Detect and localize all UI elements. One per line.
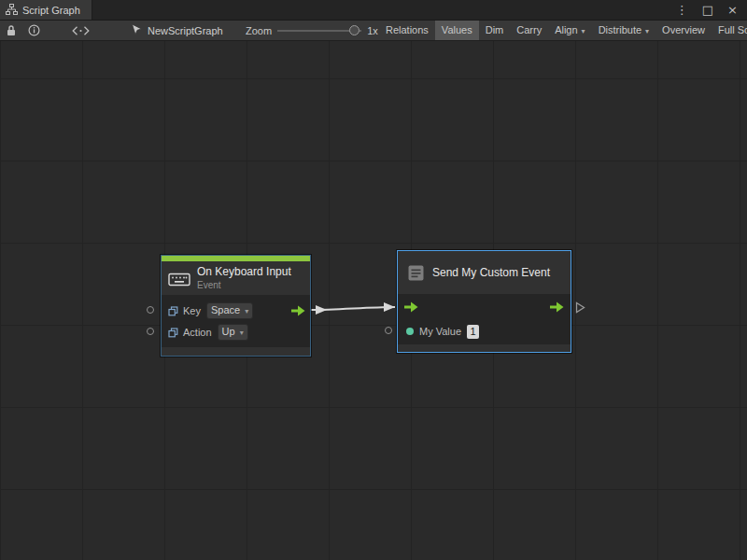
zoom-slider[interactable] bbox=[277, 21, 361, 40]
close-icon[interactable]: × bbox=[727, 0, 738, 21]
custom-event-icon bbox=[406, 263, 426, 283]
connection-layer bbox=[0, 41, 747, 560]
distribute-dropdown-button[interactable]: Distribute bbox=[592, 21, 655, 40]
maximize-icon[interactable]: □ bbox=[702, 0, 713, 21]
toolbar-buttons: Relations Values Dim Carry Align Distrib… bbox=[379, 21, 747, 40]
input-port-circle-my-value[interactable] bbox=[385, 327, 392, 334]
node-send-my-custom-event[interactable]: Send My Custom Event My Value 1 bbox=[397, 250, 571, 353]
node-body: Key Space Action Up bbox=[162, 295, 310, 347]
relations-button[interactable]: Relations bbox=[379, 21, 435, 40]
flow-input-port[interactable] bbox=[404, 300, 418, 316]
tab-script-graph[interactable]: Script Graph bbox=[0, 0, 92, 20]
flow-port-row bbox=[398, 296, 571, 320]
fullscreen-button[interactable]: Full Screen bbox=[712, 21, 747, 40]
zoom-slider-handle[interactable] bbox=[349, 25, 359, 35]
lock-button[interactable] bbox=[6, 24, 17, 36]
align-dropdown-button[interactable]: Align bbox=[548, 21, 591, 40]
dim-button[interactable]: Dim bbox=[479, 21, 511, 40]
toolbar-left-icons bbox=[6, 21, 90, 40]
script-graph-window: Script Graph ⋮ □ × NewScriptGraph bbox=[0, 0, 747, 560]
output-port-triangle[interactable] bbox=[575, 301, 585, 314]
node-on-keyboard-input[interactable]: On Keyboard Input Event Key Space bbox=[161, 255, 311, 357]
my-value-input[interactable]: 1 bbox=[467, 325, 479, 339]
object-port-icon bbox=[168, 328, 178, 338]
graph-hierarchy-icon bbox=[6, 4, 18, 17]
graph-canvas[interactable]: On Keyboard Input Event Key Space bbox=[0, 41, 747, 560]
input-port-circle-action[interactable] bbox=[147, 328, 154, 335]
node-title: Send My Custom Event bbox=[432, 267, 550, 279]
graph-name[interactable]: NewScriptGraph bbox=[131, 21, 223, 40]
carry-button[interactable]: Carry bbox=[510, 21, 548, 40]
node-footer bbox=[162, 347, 310, 356]
flow-output-port[interactable] bbox=[291, 305, 305, 316]
action-value-dropdown[interactable]: Up bbox=[218, 324, 248, 341]
node-body: My Value 1 bbox=[398, 294, 571, 344]
value-port-dot[interactable] bbox=[406, 328, 414, 335]
node-footer bbox=[398, 344, 571, 352]
port-row-key: Key Space bbox=[162, 300, 310, 322]
port-row-my-value: My Value 1 bbox=[398, 320, 571, 343]
zoom-control: Zoom 1x bbox=[246, 21, 378, 40]
zoom-value: 1x bbox=[367, 25, 378, 36]
port-label-key: Key bbox=[183, 305, 201, 316]
object-port-icon bbox=[168, 306, 178, 316]
wire-arrowhead-end bbox=[384, 302, 395, 312]
graph-name-label: NewScriptGraph bbox=[148, 25, 223, 36]
wire-arrowhead-start bbox=[316, 305, 327, 315]
port-label-my-value: My Value bbox=[419, 326, 461, 337]
values-button[interactable]: Values bbox=[435, 21, 479, 40]
zoom-label: Zoom bbox=[246, 25, 272, 36]
tab-title: Script Graph bbox=[22, 5, 80, 16]
node-subtitle: Event bbox=[197, 280, 291, 290]
overview-button[interactable]: Overview bbox=[655, 21, 712, 40]
graph-asset-icon bbox=[131, 23, 143, 37]
key-value-dropdown[interactable]: Space bbox=[206, 302, 253, 319]
tab-bar: Script Graph ⋮ □ × bbox=[0, 0, 747, 21]
flow-output-port[interactable] bbox=[550, 300, 564, 316]
node-header[interactable]: On Keyboard Input Event bbox=[162, 261, 310, 295]
graph-toolbar: NewScriptGraph Zoom 1x Relations Values … bbox=[0, 21, 747, 41]
connection-wire[interactable] bbox=[311, 307, 395, 310]
window-controls: ⋮ □ × bbox=[676, 0, 747, 20]
edit-code-icon[interactable] bbox=[72, 26, 90, 35]
info-button[interactable] bbox=[28, 24, 40, 36]
port-row-action: Action Up bbox=[162, 322, 310, 343]
input-port-circle-key[interactable] bbox=[147, 306, 154, 314]
node-titles: On Keyboard Input Event bbox=[197, 266, 291, 290]
keyboard-icon bbox=[168, 270, 190, 287]
node-header[interactable]: Send My Custom Event bbox=[398, 251, 571, 294]
menu-icon[interactable]: ⋮ bbox=[676, 0, 688, 21]
node-title: On Keyboard Input bbox=[197, 266, 291, 278]
port-label-action: Action bbox=[183, 327, 212, 338]
